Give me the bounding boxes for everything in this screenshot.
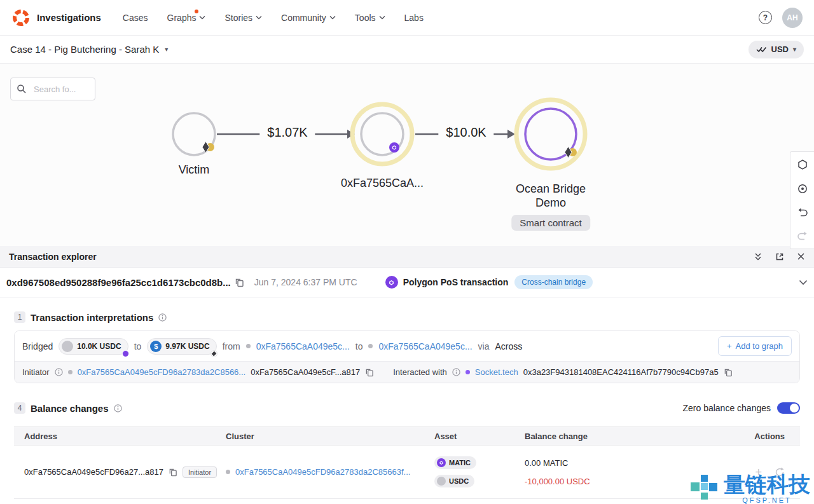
search-icon bbox=[17, 84, 27, 94]
edge-amount-label[interactable]: $1.07K bbox=[259, 125, 315, 140]
graph-search bbox=[10, 78, 95, 100]
copy-row-address-button[interactable] bbox=[169, 468, 177, 477]
transaction-type-label: Polygon PoS transaction bbox=[403, 277, 509, 287]
word-to: to bbox=[134, 341, 142, 351]
caret-down-icon: ▾ bbox=[165, 46, 168, 53]
cluster-cell: 0xFa7565CaA049e5cFD96a2783da2C85663f... bbox=[226, 467, 434, 477]
case-bar: Case 14 - Pig Butchering - Sarah K ▾ USD… bbox=[0, 36, 814, 64]
word-to: to bbox=[355, 341, 363, 351]
avatar[interactable]: AH bbox=[782, 8, 803, 28]
plus-icon: + bbox=[727, 341, 732, 351]
token-to-pill[interactable]: $ 9.97K USDC bbox=[147, 338, 216, 355]
nav-item-cases[interactable]: Cases bbox=[123, 13, 148, 23]
nav-item-labs[interactable]: Labs bbox=[404, 13, 424, 23]
panel-header-actions bbox=[754, 252, 805, 261]
transaction-type: Polygon PoS transaction bbox=[385, 276, 509, 289]
cross-chain-bridge-badge: Cross-chain bridge bbox=[514, 275, 593, 289]
redo-button[interactable] bbox=[797, 231, 808, 241]
currency-label: USD bbox=[771, 44, 789, 54]
copy-interacted-address-button[interactable] bbox=[724, 368, 733, 377]
copy-initiator-address-button[interactable] bbox=[365, 368, 374, 377]
word-from: from bbox=[223, 341, 240, 351]
nav-item-tools[interactable]: Tools bbox=[355, 13, 385, 23]
graph-side-toolbar bbox=[790, 151, 814, 249]
target-icon bbox=[797, 184, 808, 194]
interpretation-card: Bridged 10.0K USDC to $ 9.97K USDC from … bbox=[14, 330, 800, 383]
nav-item-label: Community bbox=[281, 13, 326, 23]
arrowhead-icon bbox=[507, 130, 515, 139]
copy-icon bbox=[169, 468, 177, 477]
asset-pill-matic[interactable]: MATIC bbox=[434, 456, 476, 469]
watermark-logo-icon bbox=[689, 473, 719, 503]
bridge-protocol-name: Across bbox=[495, 341, 522, 351]
info-icon[interactable] bbox=[158, 313, 167, 322]
open-in-new-button[interactable] bbox=[775, 252, 784, 261]
interacted-cluster-link[interactable]: Socket.tech bbox=[475, 367, 518, 377]
nav-item-label: Labs bbox=[404, 13, 424, 23]
info-icon[interactable] bbox=[55, 368, 63, 376]
column-header-actions: Actions bbox=[682, 432, 800, 441]
info-icon[interactable] bbox=[114, 404, 122, 412]
explorer-content: 1 Transaction interpretations Bridged 10… bbox=[0, 311, 814, 499]
expand-summary-button[interactable] bbox=[799, 280, 808, 285]
copy-hash-button[interactable] bbox=[235, 278, 244, 287]
token-from-pill[interactable]: 10.0K USDC bbox=[59, 338, 128, 355]
graph-canvas[interactable]: $1.07K $10.0K Victim 0xFa7565CaA... Ocea… bbox=[0, 64, 814, 246]
notification-dot bbox=[195, 10, 198, 13]
row-cluster-link[interactable]: 0xFa7565CaA049e5cFD96a2783da2C85663f... bbox=[235, 467, 410, 477]
interacted-with-label: Interacted with bbox=[393, 367, 447, 377]
target-tool-button[interactable] bbox=[797, 184, 808, 194]
balance-change-value-negative: -10,000.00 USDC bbox=[525, 477, 682, 486]
app-brand[interactable]: Investigations bbox=[11, 8, 101, 27]
hexagon-tool-button[interactable] bbox=[797, 160, 808, 170]
nav-item-label: Graphs bbox=[167, 13, 197, 23]
edge-amount-label[interactable]: $10.0K bbox=[438, 125, 493, 140]
asset-cell: MATIC USDC bbox=[434, 456, 525, 487]
panel-title: Transaction explorer bbox=[9, 252, 97, 262]
to-address-link[interactable]: 0xFa7565CaA049e5c... bbox=[378, 341, 472, 351]
asset-pill-usdc[interactable]: USDC bbox=[434, 475, 474, 487]
undo-icon bbox=[797, 208, 808, 217]
nav-item-community[interactable]: Community bbox=[281, 13, 336, 23]
close-panel-button[interactable] bbox=[797, 252, 805, 261]
token-to-amount: 9.97K USDC bbox=[165, 342, 209, 351]
transaction-hash: 0xd967508ed950288f9e96fa25cc1d6173cbc0d8… bbox=[6, 277, 231, 288]
graph-svg bbox=[0, 64, 814, 246]
undo-button[interactable] bbox=[797, 208, 808, 217]
address-cell: 0xFa7565CaA049e5cFD96a27...a817 Initiato… bbox=[14, 467, 226, 478]
balance-change-value: 0.00 MATIC bbox=[525, 458, 682, 468]
zero-balance-toggle[interactable] bbox=[777, 402, 800, 414]
polygon-icon bbox=[391, 144, 397, 151]
balance-change-cell: 0.00 MATIC -10,000.00 USDC bbox=[525, 458, 682, 486]
caret-down-icon: ▾ bbox=[793, 46, 796, 53]
token-from-amount: 10.0K USDC bbox=[77, 342, 121, 351]
eth-mini-badge-icon bbox=[210, 350, 217, 357]
navbar-right: ? AH bbox=[759, 8, 803, 28]
initiator-label: Initiator bbox=[22, 367, 50, 377]
nav-item-label: Cases bbox=[123, 13, 148, 23]
interpretations-title: Transaction interpretations bbox=[31, 312, 153, 323]
from-address-link[interactable]: 0xFa7565CaA049e5c... bbox=[256, 341, 350, 351]
nav-item-stories[interactable]: Stories bbox=[224, 13, 262, 23]
info-icon[interactable] bbox=[452, 368, 460, 376]
chevron-down-icon bbox=[256, 15, 262, 20]
balance-changes-count-chip: 4 bbox=[14, 402, 25, 414]
currency-selector[interactable]: USD ▾ bbox=[748, 41, 804, 58]
case-selector[interactable]: Case 14 - Pig Butchering - Sarah K ▾ bbox=[10, 44, 168, 55]
zero-balance-toggle-wrap: Zero balance changes bbox=[682, 402, 800, 414]
collapse-panel-button[interactable] bbox=[754, 252, 762, 261]
interpretations-section-header: 1 Transaction interpretations bbox=[14, 311, 800, 323]
main-nav: Cases Graphs Stories Community Tools Lab… bbox=[123, 13, 424, 23]
row-address: 0xFa7565CaA049e5cFD96a27...a817 bbox=[24, 467, 163, 477]
polygon-mini-badge-icon bbox=[122, 350, 129, 357]
initiator-cluster-link[interactable]: 0xFa7565CaA049e5cFD96a2783da2C8566... bbox=[78, 367, 246, 377]
column-header-address: Address bbox=[14, 432, 226, 441]
table-header-row: Address Cluster Asset Balance change Act… bbox=[14, 426, 800, 446]
nav-item-label: Stories bbox=[224, 13, 252, 23]
add-to-graph-button[interactable]: + Add to graph bbox=[718, 336, 792, 356]
matic-icon bbox=[437, 458, 446, 467]
help-icon[interactable]: ? bbox=[759, 11, 772, 24]
column-header-asset: Asset bbox=[434, 432, 525, 441]
usdc-coin-icon: $ bbox=[150, 341, 162, 352]
nav-item-graphs[interactable]: Graphs bbox=[167, 13, 206, 23]
